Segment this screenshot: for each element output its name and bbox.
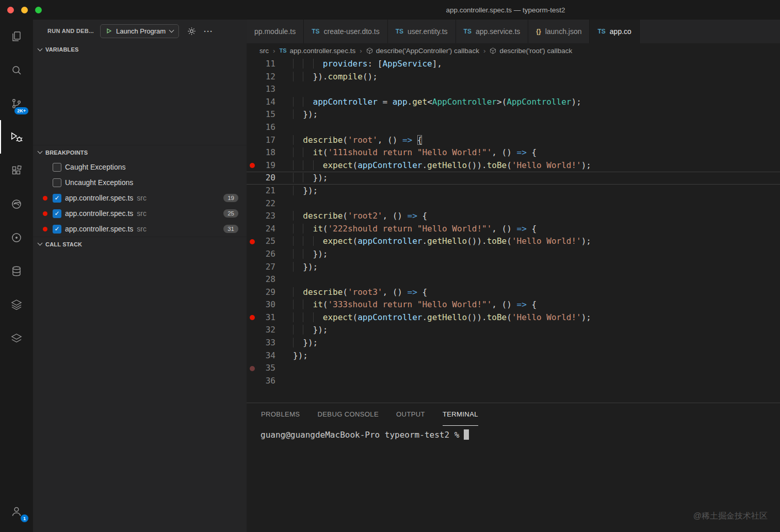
minimize-window-button[interactable] [21, 7, 28, 13]
activity-edge-tools[interactable] [0, 187, 33, 221]
code-line-26[interactable]: 26 }); [247, 248, 780, 261]
gutter[interactable] [247, 324, 258, 337]
gutter[interactable] [247, 337, 258, 350]
panel-tab-terminal[interactable]: TERMINAL [443, 403, 478, 426]
gutter[interactable] [247, 197, 258, 210]
gutter[interactable] [247, 375, 258, 388]
gutter[interactable] [247, 273, 258, 286]
more-actions-icon[interactable]: ··· [204, 27, 213, 36]
panel-tab-problems[interactable]: PROBLEMS [261, 403, 300, 426]
code-line-17[interactable]: 17 describe('root', () => { [247, 134, 780, 147]
tab-pp.module.ts[interactable]: pp.module.ts [247, 20, 304, 43]
terminal[interactable]: guang@guangdeMacBook-Pro typeorm-test2 % [247, 426, 780, 440]
gear-icon[interactable] [185, 25, 198, 37]
code-line-28[interactable]: 28 [247, 273, 780, 286]
code-line-30[interactable]: 30 it('333should return "Hello World!"',… [247, 298, 780, 311]
breakpoint-item[interactable]: ✓app.controller.spec.tssrc25 [33, 206, 247, 221]
variables-section-header[interactable]: VARIABLES [33, 42, 247, 57]
breadcrumb-item[interactable]: describe('root') callback [490, 47, 572, 55]
gutter[interactable] [247, 248, 258, 261]
panel-tab-output[interactable]: OUTPUT [396, 403, 425, 426]
launch-program-button[interactable]: Launch Program [100, 24, 179, 38]
tab-app.service.ts[interactable]: TSapp.service.ts [456, 20, 529, 43]
activity-search[interactable] [0, 53, 33, 87]
code-editor[interactable]: 11 providers: [AppService],12 }).compile… [247, 58, 780, 403]
activity-explorer[interactable] [0, 20, 33, 53]
code-line-13[interactable]: 13 [247, 83, 780, 96]
gutter[interactable] [247, 286, 258, 299]
breakpoint-checkbox[interactable]: ✓ [53, 209, 61, 218]
code-line-15[interactable]: 15 }); [247, 108, 780, 121]
code-token: }); [303, 109, 318, 119]
gutter[interactable] [247, 121, 258, 134]
code-line-29[interactable]: 29 describe('root3', () => { [247, 286, 780, 299]
code-line-24[interactable]: 24 it('222should return "Hello World!"',… [247, 223, 780, 236]
code-line-22[interactable]: 22 [247, 197, 780, 210]
activity-database[interactable] [0, 254, 33, 288]
breakpoint-checkbox[interactable]: ✓ [53, 225, 61, 234]
gutter[interactable] [247, 96, 258, 109]
code-line-36[interactable]: 36 [247, 375, 780, 388]
tab-user.entity.ts[interactable]: TSuser.entity.ts [388, 20, 456, 43]
code-line-19[interactable]: 19 expect(appController.getHello()).toBe… [247, 159, 780, 172]
code-line-25[interactable]: 25 expect(appController.getHello()).toBe… [247, 235, 780, 248]
gutter[interactable] [247, 185, 258, 197]
code-line-31[interactable]: 31 expect(appController.getHello()).toBe… [247, 311, 780, 324]
breakpoint-gutter[interactable] [247, 159, 258, 172]
gutter[interactable] [247, 350, 258, 362]
activity-extensions[interactable] [0, 154, 33, 187]
code-line-23[interactable]: 23 describe('root2', () => { [247, 210, 780, 223]
zoom-window-button[interactable] [35, 7, 42, 13]
code-line-32[interactable]: 32 }); [247, 324, 780, 337]
code-line-20[interactable]: 20 }); [247, 172, 780, 185]
activity-source-control[interactable]: 2K+ [0, 87, 33, 120]
panel-tab-debug-console[interactable]: DEBUG CONSOLE [317, 403, 379, 426]
gutter[interactable] [247, 298, 258, 311]
gutter[interactable] [247, 210, 258, 223]
code-line-34[interactable]: 34}); [247, 350, 780, 362]
activity-run-and-debug[interactable] [0, 120, 33, 154]
code-line-27[interactable]: 27 }); [247, 261, 780, 274]
code-line-11[interactable]: 11 providers: [AppService], [247, 58, 780, 71]
activity-layers-a[interactable] [0, 288, 33, 321]
gutter[interactable] [247, 108, 258, 121]
breadcrumb-item[interactable]: src [259, 47, 269, 55]
breakpoint-gutter[interactable] [247, 235, 258, 248]
activity-layers-b[interactable] [0, 321, 33, 355]
gutter[interactable] [247, 71, 258, 84]
code-line-35[interactable]: 35 [247, 362, 780, 375]
breakpoint-item[interactable]: ✓app.controller.spec.tssrc19 [33, 190, 247, 206]
tab-create-user.dto.ts[interactable]: TScreate-user.dto.ts [304, 20, 388, 43]
breakpoint-item[interactable]: Uncaught Exceptions [33, 175, 247, 190]
close-window-button[interactable] [7, 7, 14, 13]
breakpoint-gutter[interactable] [247, 362, 258, 375]
callstack-section-header[interactable]: CALL STACK [33, 237, 247, 251]
breakpoints-section-header[interactable]: BREAKPOINTS [33, 145, 247, 159]
activity-target[interactable] [0, 221, 33, 254]
activity-accounts[interactable]: 1 [0, 494, 33, 528]
breakpoint-item[interactable]: Caught Exceptions [33, 159, 247, 175]
gutter[interactable] [247, 172, 258, 185]
breakpoint-gutter[interactable] [247, 311, 258, 324]
gutter[interactable] [247, 58, 258, 71]
code-line-14[interactable]: 14 appController = app.get<AppController… [247, 96, 780, 109]
breakpoint-item[interactable]: ✓app.controller.spec.tssrc31 [33, 221, 247, 237]
code-line-18[interactable]: 18 it('111should return "Hello World!"',… [247, 146, 780, 159]
breakpoint-checkbox[interactable] [53, 163, 61, 172]
gutter[interactable] [247, 146, 258, 159]
code-text: }); [293, 108, 318, 121]
code-line-21[interactable]: 21 }); [247, 185, 780, 197]
code-line-16[interactable]: 16 [247, 121, 780, 134]
gutter[interactable] [247, 261, 258, 274]
breakpoint-checkbox[interactable]: ✓ [53, 194, 61, 203]
breadcrumb-item[interactable]: TSapp.controller.spec.ts [280, 47, 356, 55]
gutter[interactable] [247, 223, 258, 236]
tab-launch.json[interactable]: {}launch.json [528, 20, 590, 43]
gutter[interactable] [247, 83, 258, 96]
breakpoint-checkbox[interactable] [53, 178, 61, 187]
tab-app.co[interactable]: TSapp.co [590, 20, 639, 43]
gutter[interactable] [247, 134, 258, 147]
code-line-12[interactable]: 12 }).compile(); [247, 71, 780, 84]
code-line-33[interactable]: 33 }); [247, 337, 780, 350]
breadcrumb-item[interactable]: describe('AppController') callback [366, 47, 479, 55]
